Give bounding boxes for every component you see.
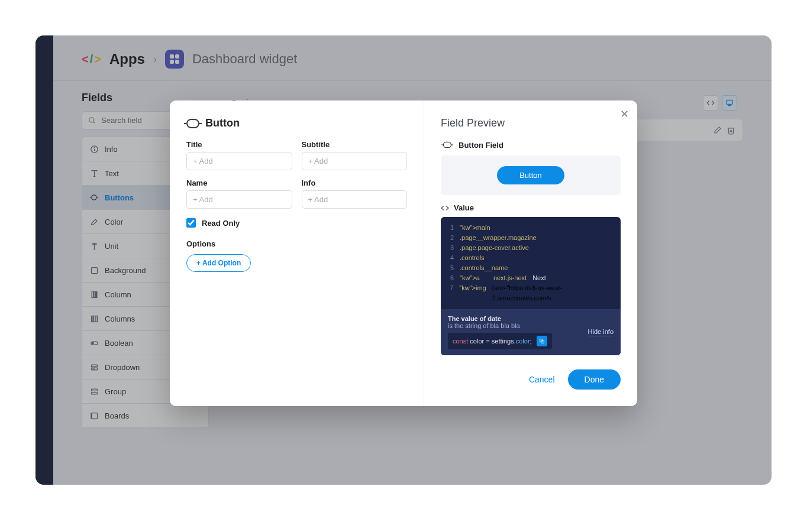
preview-field-label: Button Field xyxy=(459,141,503,150)
modal-title: Button xyxy=(205,117,240,129)
title-label: Title xyxy=(186,140,292,149)
name-input[interactable] xyxy=(186,190,292,209)
modal-overlay: ✕ Button Title Subtitle Nam xyxy=(35,35,772,485)
done-button[interactable]: Done xyxy=(568,369,621,390)
info-input[interactable] xyxy=(302,190,408,209)
preview-button[interactable]: Button xyxy=(497,166,564,184)
modal-form-pane: Button Title Subtitle Name xyxy=(170,100,424,406)
code-foot-subtitle: is the string of bla bla bla xyxy=(448,322,552,329)
close-button[interactable]: ✕ xyxy=(620,108,629,121)
hide-info-link[interactable]: Hide info xyxy=(588,328,614,336)
readonly-label: Read Only xyxy=(202,219,240,228)
readonly-checkbox[interactable] xyxy=(186,218,196,228)
info-label: Info xyxy=(302,179,408,187)
button-field-icon xyxy=(443,142,451,148)
cancel-button[interactable]: Cancel xyxy=(529,375,555,384)
app-window: </> Apps › Dashboard widget Fields InfoT… xyxy=(35,35,772,485)
code-icon xyxy=(441,204,449,212)
value-label: Value xyxy=(454,203,474,212)
subtitle-label: Subtitle xyxy=(302,140,408,149)
field-editor-modal: ✕ Button Title Subtitle Nam xyxy=(170,100,637,406)
preview-title: Field Preview xyxy=(441,117,621,129)
title-input[interactable] xyxy=(186,152,292,170)
button-field-icon xyxy=(186,119,199,128)
add-option-button[interactable]: + Add Option xyxy=(186,254,251,272)
modal-preview-pane: Field Preview Button Field Button Value … xyxy=(424,100,637,406)
preview-canvas: Button xyxy=(441,155,621,195)
copy-icon[interactable] xyxy=(537,336,547,346)
name-label: Name xyxy=(186,179,292,187)
code-foot-title: The value of date xyxy=(448,315,552,322)
options-heading: Options xyxy=(186,239,407,248)
subtitle-input[interactable] xyxy=(302,152,408,170)
code-preview: 1"kw">main2.page__wrapper.magazine3.page… xyxy=(441,217,621,355)
code-snippet: const color = settings.color; xyxy=(453,338,532,345)
